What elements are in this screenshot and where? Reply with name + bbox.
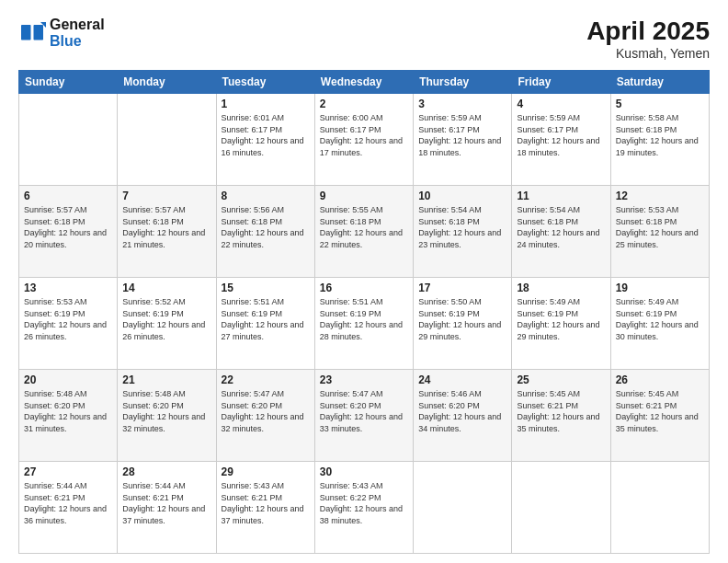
day-info: Sunrise: 5:57 AMSunset: 6:18 PMDaylight:… <box>24 204 112 250</box>
calendar-cell: 16Sunrise: 5:51 AMSunset: 6:19 PMDayligh… <box>314 278 413 370</box>
day-info: Sunrise: 5:45 AMSunset: 6:21 PMDaylight:… <box>616 388 704 434</box>
day-number: 22 <box>222 373 310 386</box>
calendar-cell <box>414 462 512 554</box>
calendar-header-row: Sunday Monday Tuesday Wednesday Thursday… <box>19 71 710 94</box>
day-number: 25 <box>517 373 605 386</box>
calendar-cell: 2Sunrise: 6:00 AMSunset: 6:17 PMDaylight… <box>314 94 413 186</box>
day-number: 2 <box>320 98 408 110</box>
calendar-week-row: 6Sunrise: 5:57 AMSunset: 6:18 PMDaylight… <box>19 186 710 278</box>
day-number: 15 <box>222 282 310 294</box>
calendar-cell: 21Sunrise: 5:48 AMSunset: 6:20 PMDayligh… <box>118 370 216 462</box>
day-number: 10 <box>418 190 506 202</box>
day-info: Sunrise: 5:46 AMSunset: 6:20 PMDaylight:… <box>418 388 506 434</box>
day-info: Sunrise: 5:54 AMSunset: 6:18 PMDaylight:… <box>517 204 605 250</box>
day-number: 28 <box>122 465 210 478</box>
calendar-cell: 23Sunrise: 5:47 AMSunset: 6:20 PMDayligh… <box>314 370 413 462</box>
day-number: 5 <box>616 98 704 110</box>
day-number: 19 <box>616 282 704 294</box>
day-number: 27 <box>24 465 112 478</box>
calendar-cell: 29Sunrise: 5:43 AMSunset: 6:21 PMDayligh… <box>216 462 314 554</box>
calendar-cell <box>512 462 610 554</box>
day-info: Sunrise: 5:53 AMSunset: 6:19 PMDaylight:… <box>24 296 112 342</box>
day-info: Sunrise: 5:48 AMSunset: 6:20 PMDaylight:… <box>122 388 210 434</box>
calendar-cell: 14Sunrise: 5:52 AMSunset: 6:19 PMDayligh… <box>118 278 216 370</box>
calendar-week-row: 27Sunrise: 5:44 AMSunset: 6:21 PMDayligh… <box>19 462 710 554</box>
col-tuesday: Tuesday <box>216 71 314 94</box>
day-info: Sunrise: 5:50 AMSunset: 6:19 PMDaylight:… <box>418 296 506 342</box>
calendar-cell: 6Sunrise: 5:57 AMSunset: 6:18 PMDaylight… <box>19 186 118 278</box>
day-info: Sunrise: 5:49 AMSunset: 6:19 PMDaylight:… <box>616 296 704 342</box>
day-info: Sunrise: 5:54 AMSunset: 6:18 PMDaylight:… <box>418 204 506 250</box>
calendar-week-row: 20Sunrise: 5:48 AMSunset: 6:20 PMDayligh… <box>19 370 710 462</box>
calendar-cell <box>19 94 118 186</box>
day-info: Sunrise: 5:47 AMSunset: 6:20 PMDaylight:… <box>320 388 408 434</box>
day-number: 1 <box>222 98 310 110</box>
day-number: 18 <box>517 282 605 294</box>
calendar-cell <box>118 94 216 186</box>
day-info: Sunrise: 5:43 AMSunset: 6:21 PMDaylight:… <box>222 480 310 526</box>
calendar-cell <box>610 462 709 554</box>
day-info: Sunrise: 5:51 AMSunset: 6:19 PMDaylight:… <box>320 296 408 342</box>
day-info: Sunrise: 5:44 AMSunset: 6:21 PMDaylight:… <box>122 480 210 526</box>
day-number: 12 <box>616 190 704 202</box>
day-info: Sunrise: 5:59 AMSunset: 6:17 PMDaylight:… <box>517 112 605 158</box>
title-block: April 2025 Kusmah, Yemen <box>586 17 710 61</box>
day-number: 6 <box>24 190 112 202</box>
calendar-cell: 1Sunrise: 6:01 AMSunset: 6:17 PMDaylight… <box>216 94 314 186</box>
day-info: Sunrise: 5:57 AMSunset: 6:18 PMDaylight:… <box>122 204 210 250</box>
day-number: 13 <box>24 282 112 294</box>
location: Kusmah, Yemen <box>586 46 710 61</box>
calendar-cell: 24Sunrise: 5:46 AMSunset: 6:20 PMDayligh… <box>414 370 512 462</box>
day-number: 8 <box>222 190 310 202</box>
col-wednesday: Wednesday <box>314 71 413 94</box>
month-year: April 2025 <box>586 17 710 46</box>
calendar-cell: 11Sunrise: 5:54 AMSunset: 6:18 PMDayligh… <box>512 186 610 278</box>
calendar-cell: 25Sunrise: 5:45 AMSunset: 6:21 PMDayligh… <box>512 370 610 462</box>
day-number: 4 <box>517 98 605 110</box>
calendar-cell: 28Sunrise: 5:44 AMSunset: 6:21 PMDayligh… <box>118 462 216 554</box>
logo-text: General Blue <box>50 17 105 49</box>
calendar-cell: 9Sunrise: 5:55 AMSunset: 6:18 PMDaylight… <box>314 186 413 278</box>
day-info: Sunrise: 5:49 AMSunset: 6:19 PMDaylight:… <box>517 296 605 342</box>
calendar-cell: 26Sunrise: 5:45 AMSunset: 6:21 PMDayligh… <box>610 370 709 462</box>
day-number: 16 <box>320 282 408 294</box>
day-info: Sunrise: 5:58 AMSunset: 6:18 PMDaylight:… <box>616 112 704 158</box>
calendar-cell: 20Sunrise: 5:48 AMSunset: 6:20 PMDayligh… <box>19 370 118 462</box>
calendar-cell: 8Sunrise: 5:56 AMSunset: 6:18 PMDaylight… <box>216 186 314 278</box>
col-thursday: Thursday <box>414 71 512 94</box>
calendar-week-row: 13Sunrise: 5:53 AMSunset: 6:19 PMDayligh… <box>19 278 710 370</box>
calendar-cell: 13Sunrise: 5:53 AMSunset: 6:19 PMDayligh… <box>19 278 118 370</box>
svg-rect-1 <box>34 25 44 40</box>
calendar-cell: 27Sunrise: 5:44 AMSunset: 6:21 PMDayligh… <box>19 462 118 554</box>
day-number: 21 <box>122 373 210 386</box>
calendar-cell: 18Sunrise: 5:49 AMSunset: 6:19 PMDayligh… <box>512 278 610 370</box>
calendar-cell: 3Sunrise: 5:59 AMSunset: 6:17 PMDaylight… <box>414 94 512 186</box>
day-number: 3 <box>418 98 506 110</box>
col-monday: Monday <box>118 71 216 94</box>
logo: General Blue <box>18 17 105 49</box>
day-number: 9 <box>320 190 408 202</box>
calendar: Sunday Monday Tuesday Wednesday Thursday… <box>18 70 710 554</box>
calendar-cell: 17Sunrise: 5:50 AMSunset: 6:19 PMDayligh… <box>414 278 512 370</box>
logo-icon <box>18 19 46 47</box>
day-info: Sunrise: 5:56 AMSunset: 6:18 PMDaylight:… <box>222 204 310 250</box>
calendar-cell: 19Sunrise: 5:49 AMSunset: 6:19 PMDayligh… <box>610 278 709 370</box>
day-info: Sunrise: 5:43 AMSunset: 6:22 PMDaylight:… <box>320 480 408 526</box>
calendar-cell: 12Sunrise: 5:53 AMSunset: 6:18 PMDayligh… <box>610 186 709 278</box>
day-number: 24 <box>418 373 506 386</box>
day-number: 20 <box>24 373 112 386</box>
day-info: Sunrise: 5:51 AMSunset: 6:19 PMDaylight:… <box>222 296 310 342</box>
day-number: 17 <box>418 282 506 294</box>
day-info: Sunrise: 5:45 AMSunset: 6:21 PMDaylight:… <box>517 388 605 434</box>
day-number: 23 <box>320 373 408 386</box>
day-info: Sunrise: 5:47 AMSunset: 6:20 PMDaylight:… <box>222 388 310 434</box>
day-number: 26 <box>616 373 704 386</box>
svg-rect-0 <box>21 25 31 40</box>
calendar-cell: 30Sunrise: 5:43 AMSunset: 6:22 PMDayligh… <box>314 462 413 554</box>
col-sunday: Sunday <box>19 71 118 94</box>
day-info: Sunrise: 5:55 AMSunset: 6:18 PMDaylight:… <box>320 204 408 250</box>
day-info: Sunrise: 5:52 AMSunset: 6:19 PMDaylight:… <box>122 296 210 342</box>
day-number: 14 <box>122 282 210 294</box>
calendar-cell: 15Sunrise: 5:51 AMSunset: 6:19 PMDayligh… <box>216 278 314 370</box>
day-info: Sunrise: 5:48 AMSunset: 6:20 PMDaylight:… <box>24 388 112 434</box>
